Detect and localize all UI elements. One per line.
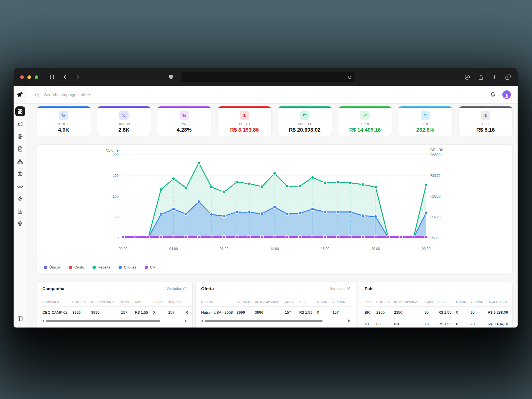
app-logo[interactable] (14, 86, 27, 104)
reload-icon[interactable] (348, 75, 352, 79)
scroll-right-icon[interactable] (185, 319, 187, 322)
sidebar-item-dashboard[interactable] (15, 106, 25, 116)
kpi-value: R$ 6.193,86 (230, 127, 259, 133)
column-header: VENDAS (332, 296, 352, 307)
sidebar-item-bar-chart[interactable] (15, 206, 25, 216)
column-header: LEADS (456, 296, 470, 307)
table-cell: R$ 1,55 (299, 307, 317, 318)
table-cell: 157 (121, 307, 135, 318)
table-cell: 636 (394, 318, 424, 328)
column-header: CPC (135, 296, 153, 307)
share-icon[interactable] (478, 74, 484, 80)
legend-swatch (44, 266, 47, 269)
horizontal-scrollbar[interactable] (201, 319, 350, 323)
sidebar-item-file-code[interactable] (15, 144, 25, 154)
scrollbar-thumb[interactable] (205, 320, 323, 322)
legend-label: Cliques (124, 265, 136, 269)
table-cell: 95 (470, 307, 488, 318)
external-link-icon (347, 287, 350, 290)
sidebar-item-link[interactable] (15, 181, 25, 191)
kpi-row: CLIQUES 4.0K ÚNICOS 2.8K % CR 4.28% $ CU… (37, 106, 513, 136)
minimize-window-button[interactable] (27, 75, 31, 79)
horizontal-scrollbar[interactable] (42, 319, 187, 323)
sidebar-collapse-icon[interactable] (15, 314, 25, 324)
sidebar-item-network[interactable] (15, 156, 25, 166)
kpi-value: 4.0K (58, 127, 69, 133)
column-header: VENDAS (168, 296, 185, 307)
shield-icon[interactable] (168, 74, 174, 80)
legend-item-receita[interactable]: Receita (93, 265, 111, 269)
table-cell: 0 (153, 307, 168, 318)
scroll-right-icon[interactable] (348, 319, 350, 322)
sidebar-item-megaphone[interactable] (15, 119, 25, 129)
sidebar-item-globe[interactable] (15, 169, 25, 179)
scroll-left-icon[interactable] (201, 319, 203, 322)
column-header: CLIQUES (237, 296, 255, 307)
sidebar-item-gear[interactable] (15, 219, 25, 229)
table-cell: 3996 (255, 307, 285, 318)
table-cell: 0 (456, 307, 470, 318)
sidebar-item-target[interactable] (15, 131, 25, 141)
click-icon (59, 111, 68, 120)
svg-text:200: 200 (113, 153, 119, 157)
gear-icon (17, 221, 23, 227)
svg-text:16:00: 16:00 (321, 247, 329, 251)
ver-todos-link[interactable]: Ver todos (330, 287, 350, 291)
downloads-icon[interactable] (464, 74, 470, 80)
avatar[interactable] (502, 90, 511, 99)
table-cell: 2350 (376, 307, 394, 318)
megaphone-icon (17, 121, 23, 127)
table-cell: 157 (332, 307, 352, 318)
svg-text:50: 50 (115, 215, 119, 219)
kpi-label: CUSTO (239, 122, 250, 126)
search-input[interactable] (44, 92, 486, 97)
tab-overview-icon[interactable] (505, 74, 511, 80)
url-bar[interactable] (181, 72, 355, 82)
legend-label: Únicos (49, 265, 61, 269)
table-cell: 0 (317, 307, 332, 318)
sidebar-toggle-icon[interactable] (48, 74, 54, 80)
zap-icon (17, 196, 23, 202)
legend-item-únicos[interactable]: Únicos (44, 265, 61, 269)
kpi-value: R$ 20.603,02 (289, 127, 321, 133)
new-tab-icon[interactable] (492, 74, 497, 80)
ver-todos-link[interactable]: Ver todos (167, 287, 187, 291)
zoom-window-button[interactable] (35, 75, 38, 79)
kpi-label: LUCRO (359, 122, 370, 126)
table-cell: 636 (376, 318, 394, 328)
bell-icon[interactable] (490, 92, 496, 98)
forward-icon[interactable] (75, 74, 81, 80)
sidebar-item-zap[interactable] (15, 194, 25, 204)
table-cell: R$ 1,55 (438, 307, 456, 318)
table-cell: Nutra - USA - 200$ (201, 307, 237, 318)
table-cell: 157 (285, 307, 299, 318)
kpi-card-receita: RECEITA R$ 20.603,02 (278, 106, 332, 136)
browser-window: CLIQUES 4.0K ÚNICOS 2.8K % CR 4.28% $ CU… (14, 68, 518, 328)
column-header: UC (CAMPANHA) (91, 296, 121, 307)
svg-text:R$0: R$0 (430, 236, 437, 240)
close-window-button[interactable] (20, 75, 24, 79)
table-cell: R$ 9.288,09 (488, 307, 512, 318)
legend-item-cliques[interactable]: Cliques (119, 265, 136, 269)
table-cell: R$ 1,55 (135, 307, 153, 318)
svg-text:00:00: 00:00 (422, 247, 430, 251)
table-cell: 2350 (394, 307, 424, 318)
table-cell: 3996 (237, 307, 255, 318)
chart-card: VolumeBRL R$0R$050R$125100R$250150R$3752… (37, 144, 513, 275)
kpi-card-epc: $ EPC R$ 5,16 (459, 106, 513, 136)
kpi-card-custo: $ CUSTO R$ 6.193,86 (218, 106, 272, 136)
column-header: LEADS (317, 296, 332, 307)
svg-text:R$250: R$250 (430, 195, 441, 198)
kpi-label: CR (182, 122, 186, 126)
legend-item-cr[interactable]: CR (145, 265, 155, 269)
back-icon[interactable] (62, 74, 68, 80)
scroll-left-icon[interactable] (42, 319, 44, 322)
column-header: CONV. (121, 296, 135, 307)
kpi-card-únicos: ÚNICOS 2.8K (97, 106, 151, 136)
table-cell: 20 (424, 318, 438, 328)
table-cell: R (185, 307, 192, 318)
table-title: Oferta (201, 286, 214, 291)
scrollbar-thumb[interactable] (46, 320, 160, 322)
legend-item-custo[interactable]: Custo (69, 265, 84, 269)
table-cell: 95 (424, 307, 438, 318)
